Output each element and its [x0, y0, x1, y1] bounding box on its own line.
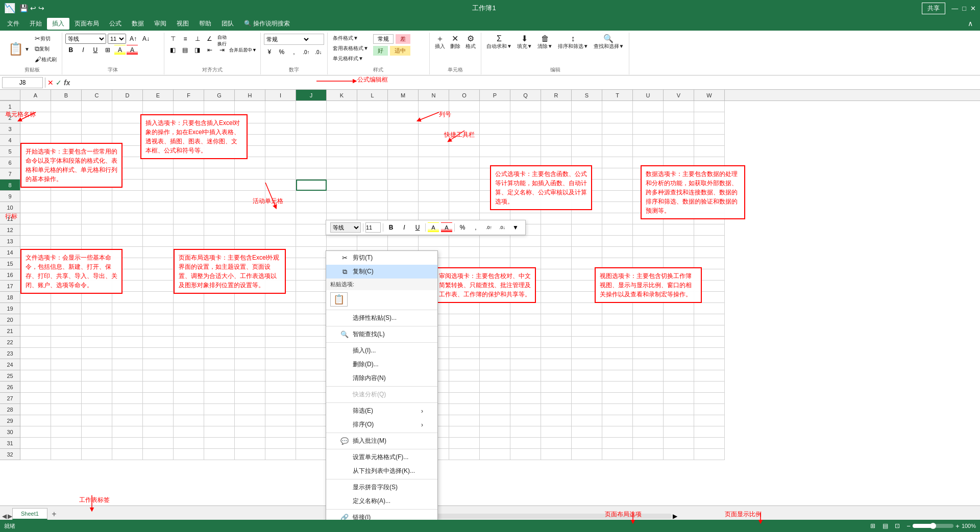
cell-P27[interactable]	[480, 393, 510, 404]
cell-J5[interactable]	[296, 146, 327, 157]
cell-A22[interactable]	[20, 337, 51, 348]
col-header-I[interactable]: I	[265, 90, 296, 100]
cell-S29[interactable]	[572, 415, 602, 426]
cell-C2[interactable]	[82, 112, 112, 123]
cell-F25[interactable]	[174, 370, 204, 382]
cell-F12[interactable]	[174, 224, 204, 236]
col-header-S[interactable]: S	[572, 90, 602, 100]
row-number-25[interactable]: 25	[0, 370, 20, 382]
cell-V2[interactable]	[664, 112, 694, 123]
cell-V30[interactable]	[664, 426, 694, 438]
cell-P3[interactable]	[480, 123, 510, 135]
cell-H29[interactable]	[235, 415, 265, 426]
cell-F20[interactable]	[174, 314, 204, 325]
cell-G19[interactable]	[204, 303, 235, 314]
cell-O5[interactable]	[449, 146, 480, 157]
cell-F21[interactable]	[174, 325, 204, 337]
cell-K6[interactable]	[327, 157, 357, 168]
cell-W1[interactable]	[694, 101, 725, 112]
cell-L1[interactable]	[357, 101, 388, 112]
cell-Q3[interactable]	[510, 123, 541, 135]
cell-Q2[interactable]	[510, 112, 541, 123]
cell-C22[interactable]	[82, 337, 112, 348]
table-format-button[interactable]: 套用表格格式▼	[331, 44, 371, 53]
menu-item-insert[interactable]: 插入	[47, 18, 69, 30]
cell-R24[interactable]	[541, 359, 572, 370]
col-header-L[interactable]: L	[357, 90, 388, 100]
cell-O22[interactable]	[449, 337, 480, 348]
row-number-9[interactable]: 9	[0, 191, 20, 202]
quick-access-redo[interactable]: ↪	[38, 4, 44, 12]
cm-paste-special[interactable]: 选择性粘贴(S)...	[326, 311, 437, 325]
cell-I11[interactable]	[265, 213, 296, 224]
cell-N6[interactable]	[419, 157, 449, 168]
cell-U22[interactable]	[633, 337, 664, 348]
cell-Q32[interactable]	[510, 449, 541, 460]
cell-S26[interactable]	[572, 382, 602, 393]
cell-B31[interactable]	[51, 438, 82, 449]
cell-K7[interactable]	[327, 168, 357, 180]
cell-T24[interactable]	[602, 359, 633, 370]
cell-Q23[interactable]	[510, 348, 541, 359]
row-number-8[interactable]: 8	[0, 180, 20, 191]
cell-P21[interactable]	[480, 325, 510, 337]
cell-P23[interactable]	[480, 348, 510, 359]
col-header-N[interactable]: N	[419, 90, 449, 100]
cell-E13[interactable]	[143, 236, 174, 247]
paste-button[interactable]: 📋▼	[6, 41, 32, 57]
cell-W27[interactable]	[694, 393, 725, 404]
cell-R3[interactable]	[541, 123, 572, 135]
cell-H27[interactable]	[235, 393, 265, 404]
cell-M1[interactable]	[388, 101, 419, 112]
cell-T26[interactable]	[602, 382, 633, 393]
cell-C29[interactable]	[82, 415, 112, 426]
cell-A10[interactable]	[20, 202, 51, 213]
cell-E22[interactable]	[143, 337, 174, 348]
cell-D26[interactable]	[112, 382, 143, 393]
cell-D11[interactable]	[112, 213, 143, 224]
menu-item-search[interactable]: 🔍 操作说明搜索	[239, 18, 295, 30]
cell-U1[interactable]	[633, 101, 664, 112]
quick-access-undo[interactable]: ↩	[30, 4, 36, 12]
cell-D9[interactable]	[112, 191, 143, 202]
style-normal[interactable]: 常规	[373, 34, 394, 44]
cell-G32[interactable]	[204, 449, 235, 460]
cell-E10[interactable]	[143, 202, 174, 213]
cell-V23[interactable]	[664, 348, 694, 359]
cell-J23[interactable]	[296, 348, 327, 359]
cell-O19[interactable]	[449, 303, 480, 314]
cell-A26[interactable]	[20, 382, 51, 393]
cell-P5[interactable]	[480, 146, 510, 157]
cell-I2[interactable]	[265, 112, 296, 123]
cell-J8[interactable]	[296, 180, 327, 191]
mini-percent[interactable]: %	[457, 222, 468, 233]
cell-Q22[interactable]	[510, 337, 541, 348]
cell-T27[interactable]	[602, 393, 633, 404]
cell-name-input[interactable]	[2, 77, 43, 88]
cell-F26[interactable]	[174, 382, 204, 393]
cell-R27[interactable]	[541, 393, 572, 404]
cell-L9[interactable]	[357, 191, 388, 202]
menu-item-help[interactable]: 帮助	[194, 18, 216, 30]
row-number-24[interactable]: 24	[0, 359, 20, 370]
cell-F24[interactable]	[174, 359, 204, 370]
cell-I5[interactable]	[265, 146, 296, 157]
cell-Q4[interactable]	[510, 135, 541, 146]
col-header-M[interactable]: M	[388, 90, 419, 100]
cell-J30[interactable]	[296, 426, 327, 438]
window-close[interactable]: ✕	[970, 5, 976, 12]
cell-G13[interactable]	[204, 236, 235, 247]
cell-J16[interactable]	[296, 269, 327, 281]
cell-N13[interactable]	[419, 236, 449, 247]
cell-V31[interactable]	[664, 438, 694, 449]
cell-W24[interactable]	[694, 359, 725, 370]
cell-E31[interactable]	[143, 438, 174, 449]
cell-W22[interactable]	[694, 337, 725, 348]
cell-U3[interactable]	[633, 123, 664, 135]
cell-V12[interactable]	[664, 224, 694, 236]
normal-view-button[interactable]: ⊞	[868, 521, 878, 530]
cell-I7[interactable]	[265, 168, 296, 180]
cell-R31[interactable]	[541, 438, 572, 449]
cell-I27[interactable]	[265, 393, 296, 404]
cell-E28[interactable]	[143, 404, 174, 415]
